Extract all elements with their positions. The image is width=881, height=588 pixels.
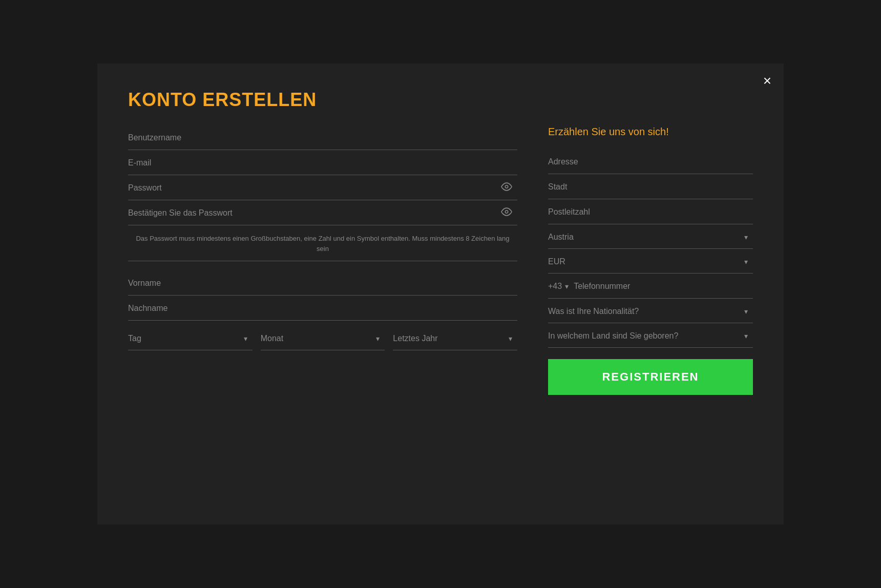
postal-input[interactable]: [548, 207, 753, 217]
phone-prefix-chevron-icon: ▾: [565, 282, 569, 290]
phone-field: +43 ▾: [548, 275, 753, 299]
modal-body: Das Passwort muss mindestens einen Großb…: [128, 126, 753, 499]
confirm-password-input[interactable]: [128, 208, 517, 218]
phone-prefix[interactable]: +43 ▾: [548, 282, 569, 291]
password-field: [128, 176, 517, 200]
confirm-password-field: [128, 201, 517, 225]
dob-year-field: Letztes Jahr ▾: [393, 327, 517, 350]
lastname-input[interactable]: [128, 304, 517, 313]
lastname-field: [128, 297, 517, 321]
dob-row: Tag ▾ Monat ▾ Letztes Jahr: [128, 327, 517, 350]
svg-point-1: [505, 211, 508, 214]
close-button[interactable]: ×: [763, 74, 771, 88]
register-button[interactable]: REGISTRIEREN: [548, 359, 753, 395]
right-column: Erzählen Sie uns von sich! Austria: [548, 126, 753, 499]
firstname-input[interactable]: [128, 279, 517, 288]
dob-month-select[interactable]: Monat: [261, 334, 385, 343]
birth-country-field: In welchem Land sind Sie geboren? ▾: [548, 324, 753, 348]
right-column-title: Erzählen Sie uns von sich!: [548, 126, 753, 138]
password-eye-icon[interactable]: [501, 181, 512, 195]
left-column: Das Passwort muss mindestens einen Großb…: [128, 126, 517, 499]
currency-select[interactable]: EUR: [548, 257, 753, 266]
confirm-password-eye-icon[interactable]: [501, 206, 512, 220]
dob-month-field: Monat ▾: [261, 327, 385, 350]
address-input[interactable]: [548, 157, 753, 166]
postal-field: [548, 200, 753, 224]
modal-overlay: × KONTO ERSTELLEN: [0, 0, 881, 588]
username-input[interactable]: [128, 133, 517, 142]
phone-input[interactable]: [574, 282, 753, 291]
nationality-select[interactable]: Was ist Ihre Nationalität?: [548, 307, 753, 316]
firstname-field: [128, 271, 517, 296]
country-field: Austria ▾: [548, 225, 753, 249]
username-field: [128, 126, 517, 150]
registration-modal: × KONTO ERSTELLEN: [97, 64, 784, 524]
dob-day-select[interactable]: Tag: [128, 334, 253, 343]
currency-field: EUR ▾: [548, 250, 753, 274]
nationality-field: Was ist Ihre Nationalität? ▾: [548, 300, 753, 323]
email-field: [128, 151, 517, 175]
city-input[interactable]: [548, 182, 753, 192]
country-select[interactable]: Austria: [548, 233, 753, 241]
email-input[interactable]: [128, 158, 517, 167]
dob-year-select[interactable]: Letztes Jahr: [393, 334, 517, 343]
password-hint: Das Passwort muss mindestens einen Großb…: [128, 226, 517, 261]
birth-country-select[interactable]: In welchem Land sind Sie geboren?: [548, 331, 753, 340]
password-input[interactable]: [128, 183, 517, 193]
address-field: [548, 150, 753, 174]
phone-prefix-value: +43: [548, 282, 562, 291]
city-field: [548, 175, 753, 199]
modal-title: KONTO ERSTELLEN: [128, 89, 753, 111]
svg-point-0: [505, 185, 508, 188]
dob-day-field: Tag ▾: [128, 327, 253, 350]
